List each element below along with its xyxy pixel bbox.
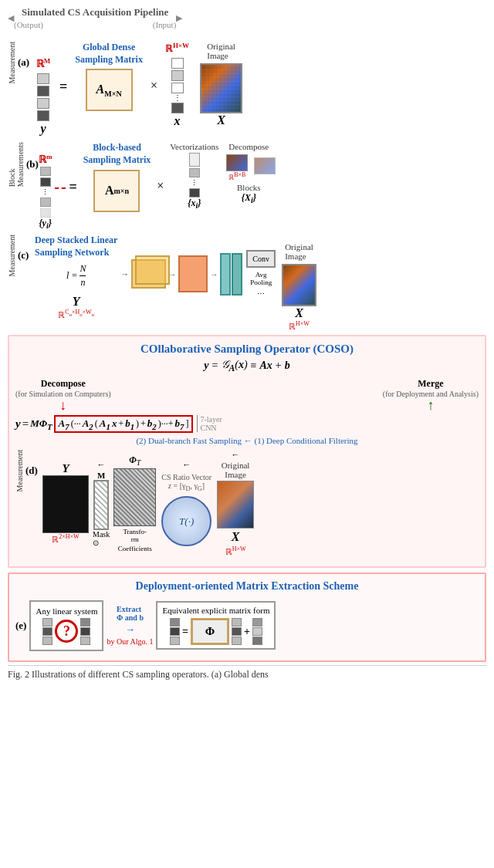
- algo-label: by Our Algo. 1: [107, 637, 153, 646]
- ey1: [170, 618, 180, 627]
- image-thumb-c: [282, 264, 316, 306]
- x-cell-1: [171, 58, 184, 69]
- mf-eq: =: [22, 417, 29, 431]
- ef-plus: +: [244, 626, 250, 638]
- coso-equiv: ≡: [251, 360, 257, 372]
- merge-col: Merge (for Deployment and Analysis) ↑: [383, 378, 479, 412]
- eb1: [252, 618, 262, 627]
- rf-a7: A7: [59, 417, 69, 431]
- ex1: [232, 618, 242, 627]
- mc1: [40, 167, 51, 176]
- rf-plus2: +: [140, 418, 146, 430]
- coso-eq1: =: [212, 360, 218, 372]
- orig-area-d: ← OriginalImage X ℝH×W: [217, 450, 254, 557]
- ybox-3d: [135, 255, 170, 285]
- xi-row-3: [189, 188, 200, 198]
- rbb-bb: ℝB×B: [228, 171, 245, 181]
- yellow-box-c: [131, 259, 166, 289]
- Y-d: Y: [62, 462, 69, 475]
- mc2: [40, 177, 51, 187]
- meas-row-3: [40, 198, 51, 207]
- part-id-a: (a): [18, 56, 29, 69]
- block-img-1: [226, 154, 248, 171]
- orig-label-a: OriginalImage: [207, 42, 235, 60]
- times-a: ×: [151, 79, 157, 93]
- sv5: [80, 627, 90, 636]
- xic2: [189, 168, 200, 177]
- ef-y: [170, 618, 180, 645]
- orig-label-c: OriginalImage: [285, 242, 313, 261]
- phi-image-d: [113, 468, 156, 526]
- right-arrowhead: ▶: [176, 13, 182, 23]
- input-label: (Input): [153, 20, 177, 29]
- rf-b1: b1: [125, 417, 134, 431]
- page-container: ◀ Simulated CS Acquisition Pipeline (Out…: [0, 0, 494, 690]
- avg-label-c: AvgPooling: [250, 271, 272, 286]
- measurement-label-d: Measurement: [15, 450, 24, 491]
- side-labels-d: Measurement (d): [15, 450, 42, 491]
- section-d-inner: Measurement (d) Y ℝ2×H×W ←: [15, 450, 479, 557]
- section-a: Measurement (a) ℝM y =: [8, 42, 486, 136]
- rf-a1: A1: [100, 417, 110, 431]
- blocks-area-b: Decompose ℝB×B Blocks {Xi}: [226, 142, 271, 204]
- vec-cell-2: [37, 86, 49, 96]
- matrix-A-a: AM×N: [86, 69, 133, 111]
- rbb-2hw-d: ℝ2×H×W: [52, 533, 79, 545]
- coso-section: COllaborative Sampling Operator (COSO) y…: [8, 335, 486, 568]
- salmon-box-c: [178, 255, 208, 292]
- X-var-c: X: [295, 306, 303, 320]
- vec-cell-4: [37, 110, 49, 121]
- block-col-2: [249, 154, 271, 181]
- measurement-label-c: Measurement: [8, 235, 16, 276]
- xi-label-b: {xi}: [188, 198, 201, 210]
- orig-image-a: OriginalImage X: [200, 42, 242, 127]
- note2: ← (1) Deep Conditional Filtering: [244, 436, 358, 445]
- block-img-2: [254, 157, 276, 174]
- dots-c: ⋯: [257, 289, 265, 298]
- times-b: ×: [157, 179, 164, 193]
- x-dots: ⋮: [174, 94, 181, 102]
- sampling-matrix-title: Global DenseSampling Matrix: [75, 42, 143, 66]
- rf-paren: (: [95, 418, 98, 430]
- arrow-orig-d: ←: [232, 450, 240, 459]
- block-col-1: ℝB×B: [226, 154, 248, 181]
- decompose-col: Decompose (for Simulation on Computers) …: [15, 378, 111, 412]
- equiv-label: Equivalent explicit matrix form: [162, 606, 269, 615]
- input-side: ▶: [176, 13, 182, 23]
- caption-text: Fig. 2 Illustrations of different CS sam…: [8, 669, 269, 680]
- meas-row-1: [40, 167, 51, 176]
- cs-label-d: CS Ratio Vectorz = [γD, γG]: [160, 471, 213, 494]
- sv2: [42, 627, 52, 636]
- decompose-label: Decompose: [41, 378, 86, 390]
- phi-t-d: ΦT: [129, 454, 140, 467]
- y-measurement-a: ℝM y: [35, 57, 52, 136]
- section-b: BlockMeasurements (b) ℝm ⋮: [8, 142, 486, 230]
- rf-a2: A2: [83, 417, 93, 431]
- x-cell-3: [171, 83, 184, 93]
- extract-label: ExtractΦ and b: [117, 605, 144, 622]
- dots-b: ⋮: [40, 188, 51, 196]
- teal1: [220, 253, 231, 296]
- extract-area: ExtractΦ and b → by Our Algo. 1: [107, 605, 153, 646]
- section-body-d: Y ℝ2×H×W ← M Mask⊙: [42, 450, 479, 557]
- measurement-label-a: Measurement: [8, 42, 16, 83]
- arrow-up-green: ↑: [427, 398, 434, 412]
- section-body-a: ℝM y = Global DenseSampling Matrix: [35, 42, 486, 136]
- image-thumb-a: [200, 63, 242, 113]
- deploy-section: Deployment-oriented Matrix Extraction Sc…: [8, 572, 486, 662]
- decompose-sub: (for Simulation on Computers): [15, 390, 111, 398]
- frac-line: [80, 275, 86, 276]
- meas-row-2: [40, 177, 51, 187]
- cnn-label-area: 7-layerCNN: [197, 415, 222, 432]
- network-diagram-c: → → →: [120, 250, 276, 298]
- section-e-row: (e) Any linear system ?: [15, 597, 479, 654]
- extract-arrow: →: [125, 623, 135, 636]
- output-side: ◀: [8, 13, 14, 23]
- rbb-c-bottom: ℝCo×Ho×Wo: [58, 309, 94, 320]
- T-network-d: T(·): [161, 496, 211, 546]
- ls-y-vec: [80, 618, 90, 645]
- ybox: [131, 259, 166, 289]
- main-formula-area: y = MΦT A7 (··· A2 ( A1 x + b1 ) + b2 )·…: [15, 415, 479, 434]
- orig-label-d: OriginalImage: [222, 461, 250, 479]
- dotted-line-b: [55, 186, 66, 189]
